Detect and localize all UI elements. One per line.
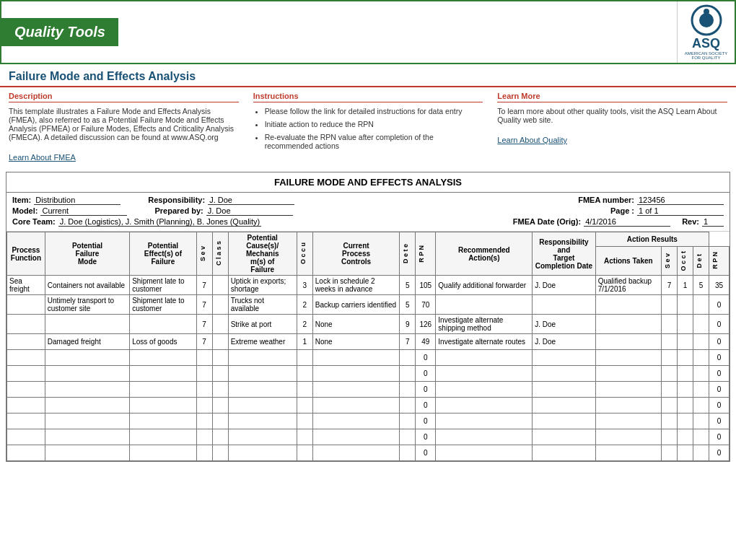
meta-row-2: Model: Current Prepared by: J. Doe Page … <box>12 206 724 216</box>
learn-more-col: Learn More To learn more about other qua… <box>497 92 727 162</box>
table-cell <box>678 350 693 366</box>
table-cell: None <box>312 315 400 334</box>
table-cell <box>45 445 129 461</box>
page-field: Page : 1 of 1 <box>610 206 724 216</box>
prepared-field: Prepared by: J. Doe <box>154 206 292 216</box>
core-team-label: Core Team: <box>12 217 56 226</box>
table-cell <box>228 366 297 382</box>
table-cell <box>595 382 661 398</box>
table-cell <box>662 315 678 334</box>
table-cell: 0 <box>416 382 436 398</box>
table-cell: Shipment late to customer <box>130 276 196 295</box>
table-cell <box>533 382 595 398</box>
learn-quality-link[interactable]: Learn About Quality <box>497 136 567 144</box>
table-cell: 0 <box>709 429 730 445</box>
table-cell <box>693 429 709 445</box>
table-cell <box>400 366 416 382</box>
description-text: This template illustrates a Failure Mode… <box>9 107 239 141</box>
learn-more-label: Learn More <box>497 92 727 102</box>
table-cell <box>595 366 661 382</box>
table-cell <box>662 414 678 429</box>
fmea-table: ProcessFunction PotentialFailureMode Pot… <box>6 232 730 461</box>
table-cell: 0 <box>416 350 436 366</box>
th-effects: PotentialEffect(s) ofFailure <box>130 232 196 276</box>
table-cell <box>436 350 533 366</box>
th-controls: CurrentProcessControls <box>312 232 400 276</box>
table-cell: 0 <box>709 315 730 334</box>
header-row-1: ProcessFunction PotentialFailureMode Pot… <box>7 232 730 247</box>
table-cell: Backup carriers identified <box>312 295 400 315</box>
table-cell <box>693 334 709 350</box>
table-cell: 49 <box>416 334 436 350</box>
fmea-number-value: 123456 <box>637 196 724 205</box>
table-cell: 2 <box>297 295 312 315</box>
table-cell: 0 <box>709 398 730 414</box>
table-cell <box>595 429 661 445</box>
th-det: D e t e <box>400 232 416 276</box>
fmea-section: FAILURE MODE AND EFFECTS ANALYSIS Item: … <box>6 172 730 462</box>
table-cell <box>7 445 45 461</box>
th-causes: PotentialCause(s)/Mechanism(s) ofFailure <box>228 232 297 276</box>
table-cell <box>196 398 212 414</box>
table-row: 00 <box>7 445 730 461</box>
item-value: Distribution <box>34 196 121 205</box>
fmea-body: Sea freightContainers not availableShipm… <box>7 276 730 461</box>
table-cell <box>7 382 45 398</box>
table-cell <box>196 350 212 366</box>
table-cell <box>312 414 400 429</box>
fmea-metadata: Item: Distribution Responsibility: J. Do… <box>6 193 730 232</box>
table-cell <box>436 366 533 382</box>
th-det2: D e t <box>693 246 709 275</box>
table-cell <box>212 295 228 315</box>
table-cell <box>595 350 661 366</box>
fmea-date-field: FMEA Date (Orig): 4/1/2016 Rev: 1 <box>513 217 724 227</box>
table-cell: 7 <box>196 276 212 295</box>
table-cell: Loss of goods <box>130 334 196 350</box>
th-occ: O c c u <box>297 232 312 276</box>
table-row: Damaged freightLoss of goods7Extreme wea… <box>7 334 730 350</box>
table-cell <box>7 295 45 315</box>
table-cell <box>533 414 595 429</box>
table-cell: 0 <box>709 382 730 398</box>
model-value: Current <box>40 206 127 216</box>
page-header: Quality Tools ASQ AMERICAN SOCIETYFOR QU… <box>0 0 736 64</box>
table-cell <box>312 350 400 366</box>
table-cell <box>196 382 212 398</box>
table-cell <box>595 398 661 414</box>
table-cell: Trucks not available <box>228 295 297 315</box>
model-label: Model: <box>12 206 38 215</box>
table-cell <box>678 295 693 315</box>
table-cell <box>130 398 196 414</box>
table-cell <box>212 429 228 445</box>
table-cell: 7 <box>196 315 212 334</box>
table-cell <box>400 398 416 414</box>
table-cell <box>533 398 595 414</box>
meta-row-3: Core Team: J. Doe (Logistics), J. Smith … <box>12 217 724 227</box>
table-row: 00 <box>7 350 730 366</box>
table-row: 00 <box>7 382 730 398</box>
table-cell: 5 <box>400 276 416 295</box>
fmea-title: FAILURE MODE AND EFFECTS ANALYSIS <box>6 172 730 193</box>
table-cell: 0 <box>709 366 730 382</box>
table-cell <box>212 315 228 334</box>
table-cell <box>400 350 416 366</box>
svg-point-2 <box>704 9 709 14</box>
table-cell <box>228 445 297 461</box>
table-cell: 7 <box>400 334 416 350</box>
table-cell <box>312 398 400 414</box>
instructions-list: Please follow the link for detailed inst… <box>265 107 483 150</box>
table-cell <box>196 366 212 382</box>
table-row: Untimely transport to customer siteShipm… <box>7 295 730 315</box>
table-cell: 0 <box>416 398 436 414</box>
table-cell: Investigate alternate shipping method <box>436 315 533 334</box>
table-cell <box>693 366 709 382</box>
th-sev: S e v <box>196 232 212 276</box>
table-cell: 0 <box>709 414 730 429</box>
table-row: Sea freightContainers not availableShipm… <box>7 276 730 295</box>
table-cell: Sea freight <box>7 276 45 295</box>
table-cell <box>7 334 45 350</box>
table-cell <box>228 350 297 366</box>
learn-fmea-link[interactable]: Learn About FMEA <box>9 153 76 162</box>
table-cell <box>662 429 678 445</box>
table-cell <box>693 398 709 414</box>
